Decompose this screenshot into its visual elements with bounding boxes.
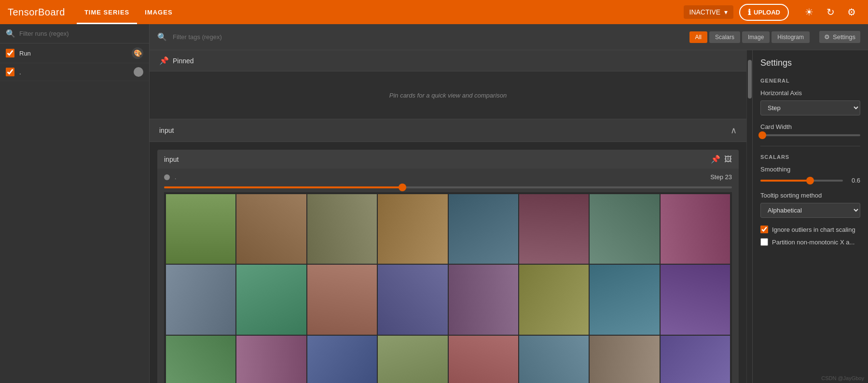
smoothing-fill: [760, 180, 810, 182]
horizontal-axis-select[interactable]: Step Relative Wall: [760, 100, 860, 115]
image-cell: [166, 194, 235, 264]
scroll-track: [746, 50, 752, 383]
nav-tab-time-series[interactable]: TIME SERIES: [77, 0, 137, 24]
step-slider-fill: [164, 186, 402, 188]
tooltip-sorting-select[interactable]: Alphabetical Ascending Descending Defaul…: [760, 203, 860, 218]
ignore-outliers-checkbox[interactable]: [760, 226, 768, 233]
scroll-thumb[interactable]: [748, 60, 752, 99]
settings-divider: [760, 146, 860, 146]
run-checkbox-all[interactable]: [6, 49, 14, 57]
section-collapse-button[interactable]: ∧: [730, 125, 737, 136]
card-width-label: Card Width: [760, 123, 860, 130]
image-cell: [449, 336, 518, 383]
run-item-dot: .: [0, 63, 149, 81]
image-cell: [236, 265, 306, 334]
step-slider-row: [164, 184, 732, 192]
theme-button[interactable]: ☀: [800, 3, 818, 21]
top-navigation: TensorBoard TIME SERIES IMAGES INACTIVE …: [0, 0, 868, 24]
image-cell: [378, 336, 447, 383]
step-label: .: [175, 174, 176, 181]
image-cell: [590, 336, 659, 383]
smoothing-row: 0.6: [760, 177, 860, 184]
smoothing-label: Smoothing: [760, 166, 860, 173]
sidebar-search-bar: 🔍: [0, 24, 149, 43]
nav-tab-images[interactable]: IMAGES: [137, 0, 180, 24]
ignore-outliers-label: Ignore outliers in chart scaling: [772, 226, 855, 233]
step-dot: [164, 174, 170, 180]
filter-btn-all[interactable]: All: [689, 31, 707, 43]
image-cell: [378, 194, 447, 264]
image-cell: [307, 265, 377, 334]
image-cell: [449, 265, 518, 334]
filter-btn-image[interactable]: Image: [742, 31, 770, 43]
brand-logo: TensorBoard: [8, 7, 65, 18]
watermark: CSDN @JayGboy: [821, 375, 864, 381]
image-cell: [166, 265, 235, 334]
smoothing-thumb[interactable]: [806, 177, 814, 184]
image-cell: [519, 194, 589, 264]
partition-row: Partition non-monotonic X a...: [760, 238, 860, 246]
partition-label: Partition non-monotonic X a...: [772, 239, 854, 246]
tags-filter-input[interactable]: [173, 33, 684, 41]
upload-button[interactable]: ℹ UPLOAD: [739, 4, 789, 21]
run-item-all: Run 🎨: [0, 43, 149, 63]
ignore-outliers-row: Ignore outliers in chart scaling: [760, 226, 860, 233]
pinned-section-header: 📌 Pinned: [150, 50, 746, 71]
filter-type-buttons: All Scalars Image Histogram: [689, 31, 810, 43]
filter-btn-scalars[interactable]: Scalars: [709, 31, 740, 43]
card-pin-button[interactable]: 📌: [711, 155, 720, 164]
pinned-hint: Pin cards for a quick view and compariso…: [389, 92, 507, 99]
image-cell: [661, 265, 730, 334]
card-width-thumb[interactable]: [758, 131, 766, 139]
image-cell: [378, 265, 447, 334]
image-grid: [164, 192, 732, 383]
run-label-all: Run: [19, 50, 127, 57]
step-slider-thumb[interactable]: [399, 184, 406, 191]
run-checkbox-dot[interactable]: [6, 68, 14, 76]
card-width-slider-container: [760, 134, 860, 136]
image-cell: [661, 336, 730, 383]
smoothing-value: 0.6: [847, 177, 860, 184]
settings-scalars-label: SCALARS: [760, 154, 860, 160]
runs-filter-input[interactable]: [19, 30, 143, 37]
content-area: 🔍 All Scalars Image Histogram ⚙ Settings…: [150, 24, 868, 383]
refresh-button[interactable]: ↻: [822, 3, 839, 21]
pin-icon: 📌: [159, 56, 169, 65]
run-label-dot: .: [19, 69, 129, 76]
input-section-title: input: [159, 127, 174, 134]
tooltip-sorting-label: Tooltip sorting method: [760, 192, 860, 199]
partition-checkbox[interactable]: [760, 238, 768, 246]
card-expand-button[interactable]: 🖼: [724, 155, 732, 164]
settings-panel: Settings GENERAL Horizontal Axis Step Re…: [752, 50, 868, 383]
card-title: input: [164, 156, 179, 163]
step-control: . Step 23: [164, 173, 732, 181]
sidebar: 🔍 Run 🎨 .: [0, 24, 150, 383]
step-value: Step 23: [710, 173, 732, 181]
image-cell: [307, 194, 377, 264]
settings-nav-button[interactable]: ⚙: [843, 3, 860, 21]
image-cell: [519, 336, 589, 383]
pinned-title: 📌 Pinned: [159, 56, 194, 65]
image-cell: [449, 194, 518, 264]
theme-icon: ☀: [805, 6, 813, 18]
filter-btn-histogram[interactable]: Histogram: [772, 31, 810, 43]
input-section-header: input ∧: [150, 119, 746, 142]
search-icon: 🔍: [6, 29, 15, 38]
card-width-slider-track: [760, 134, 860, 136]
cards-area: 📌 Pinned Pin cards for a quick view and …: [150, 50, 746, 383]
input-card: input 📌 🖼 . Step 23: [157, 150, 739, 383]
image-cell: [661, 194, 730, 264]
settings-general-label: GENERAL: [760, 78, 860, 84]
settings-gear-icon: ⚙: [824, 33, 830, 41]
status-dropdown[interactable]: INACTIVE ▾: [684, 5, 734, 19]
step-slider-track: [164, 186, 732, 188]
settings-panel-toggle[interactable]: ⚙ Settings: [819, 31, 860, 43]
dropdown-arrow-icon: ▾: [724, 8, 728, 16]
image-cell: [307, 336, 377, 383]
image-cell: [590, 194, 659, 264]
image-cell: [519, 265, 589, 334]
run-color-dot: [134, 67, 143, 77]
refresh-icon: ↻: [827, 6, 835, 18]
scroll-container: 📌 Pinned Pin cards for a quick view and …: [150, 50, 868, 383]
gear-icon: ⚙: [847, 6, 856, 18]
